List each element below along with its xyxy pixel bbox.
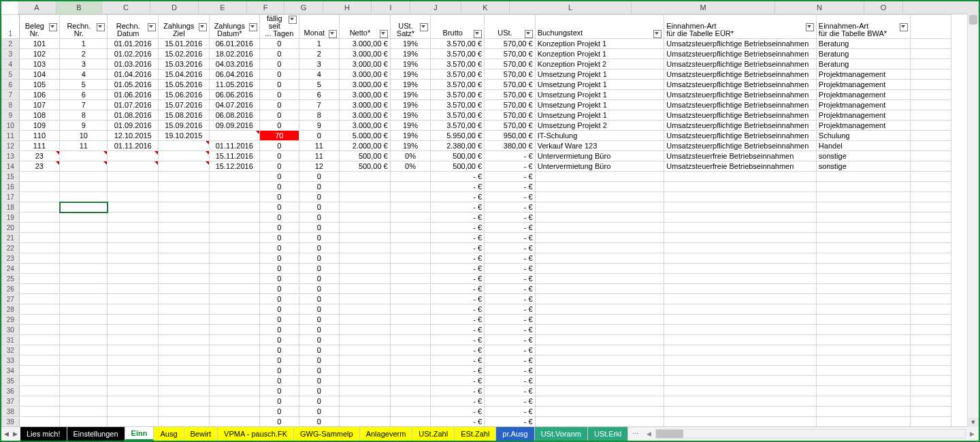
cell-o[interactable] [911, 100, 951, 110]
cell[interactable]: - € [485, 172, 536, 182]
cell[interactable] [340, 223, 391, 233]
cell-buchungstext[interactable]: Umsetzung Projekt 2 [535, 121, 664, 131]
cell[interactable] [108, 315, 159, 325]
cell-rechn-datum[interactable]: 01.01.2016 [108, 39, 159, 49]
cell-rechn-datum[interactable] [108, 161, 159, 172]
cell-o[interactable] [911, 49, 951, 59]
cell[interactable] [19, 212, 60, 223]
filter-icon[interactable] [420, 23, 428, 31]
cell[interactable] [911, 243, 951, 253]
cell[interactable] [816, 304, 910, 315]
column-header-D[interactable]: D [150, 1, 199, 14]
cell[interactable] [60, 243, 108, 253]
cell[interactable] [664, 192, 817, 202]
cell[interactable] [911, 366, 951, 376]
cell[interactable]: 0 [299, 304, 340, 315]
cell-netto[interactable]: 5.000,00 € [340, 131, 391, 141]
tab-nav-next-icon[interactable]: ▶ [13, 430, 18, 437]
cell[interactable] [60, 202, 108, 212]
cell[interactable] [390, 223, 431, 233]
cell[interactable] [340, 182, 391, 192]
cell-zahlungs-ziel[interactable] [158, 151, 209, 161]
cell[interactable]: 0 [260, 396, 299, 407]
cell[interactable] [209, 172, 260, 182]
cell[interactable] [664, 345, 817, 356]
cell[interactable]: 0 [260, 264, 299, 274]
header-L[interactable]: Buchungstext [535, 15, 664, 39]
cell[interactable] [340, 356, 391, 366]
cell-netto[interactable]: 2.000,00 € [340, 141, 391, 151]
cell-rechn-nr[interactable]: 1 [60, 39, 108, 49]
cell[interactable] [340, 386, 391, 396]
cell[interactable]: 0 [299, 182, 340, 192]
sheet-tab-anlageverm[interactable]: Anlageverm [360, 427, 413, 441]
cell-einnahmen-bwa[interactable]: Beratung [816, 59, 910, 69]
cell-buchungstext[interactable]: Konzeption Projekt 1 [535, 39, 664, 49]
cell[interactable] [340, 315, 391, 325]
cell[interactable] [340, 407, 391, 417]
cell[interactable] [60, 294, 108, 304]
cell-zahlungs-datum[interactable]: 09.09.2016 [209, 121, 260, 131]
cell[interactable]: 0 [299, 212, 340, 223]
cell[interactable] [19, 264, 60, 274]
cell[interactable] [340, 192, 391, 202]
cell-ust[interactable]: 570,00 € [485, 121, 536, 131]
cell-monat[interactable]: 11 [299, 141, 340, 151]
cell-zahlungs-ziel[interactable] [158, 141, 209, 151]
cell-faellig[interactable]: 0 [260, 100, 299, 110]
cell-beleg-nr[interactable]: 110 [19, 131, 60, 141]
cell[interactable] [535, 274, 664, 284]
cell-monat[interactable]: 4 [299, 69, 340, 80]
row-header-19[interactable]: 19 [2, 212, 20, 223]
cell[interactable] [816, 366, 910, 376]
cell[interactable]: - € [431, 325, 485, 335]
cell[interactable] [60, 172, 108, 182]
cell-rechn-nr[interactable]: 10 [60, 131, 108, 141]
sheet-tab-ust-erkl[interactable]: USt.Erkl [588, 427, 628, 441]
cell[interactable] [535, 386, 664, 396]
cell[interactable] [19, 233, 60, 243]
cell-ust[interactable]: 570,00 € [485, 80, 536, 90]
cell[interactable] [340, 233, 391, 243]
cell[interactable] [535, 172, 664, 182]
cell-ust[interactable]: 570,00 € [485, 69, 536, 80]
cell-zahlungs-datum[interactable]: 15.11.2016 [209, 151, 260, 161]
cell-zahlungs-ziel[interactable]: 15.04.2016 [158, 69, 209, 80]
cell-netto[interactable]: 3.000,00 € [340, 69, 391, 80]
cell[interactable]: 0 [299, 202, 340, 212]
cell[interactable] [60, 233, 108, 243]
cell[interactable] [108, 396, 159, 407]
row-header-12[interactable]: 12 [2, 141, 20, 151]
cell-einnahmen-bwa[interactable]: Handel [816, 141, 910, 151]
cell[interactable]: 0 [299, 396, 340, 407]
cell[interactable]: 0 [299, 417, 340, 427]
cell[interactable] [209, 304, 260, 315]
cell-faellig[interactable]: 70 [260, 131, 299, 141]
cell[interactable]: - € [485, 396, 536, 407]
cell[interactable]: 0 [299, 192, 340, 202]
cell[interactable] [911, 417, 951, 427]
cell-einnahmen-bwa[interactable]: Beratung [816, 49, 910, 59]
cell[interactable]: - € [431, 274, 485, 284]
cell[interactable]: - € [431, 345, 485, 356]
tab-nav-prev-icon[interactable]: ◀ [4, 430, 9, 437]
cell-beleg-nr[interactable]: 105 [19, 80, 60, 90]
cell[interactable]: - € [431, 223, 485, 233]
cell[interactable] [19, 356, 60, 366]
cell[interactable] [390, 243, 431, 253]
cell[interactable] [209, 294, 260, 304]
row-header-16[interactable]: 16 [2, 182, 20, 192]
cell[interactable]: - € [431, 202, 485, 212]
cell[interactable]: - € [485, 264, 536, 274]
cell-buchungstext[interactable]: Umsetzung Projekt 1 [535, 69, 664, 80]
row-header-31[interactable]: 31 [2, 335, 20, 345]
cell-netto[interactable]: 3.000,00 € [340, 49, 391, 59]
header-B[interactable]: Rechn.Nr. [60, 15, 108, 39]
cell[interactable]: 0 [299, 264, 340, 274]
cell-einnahmen-euer[interactable]: Umsatzsteuerpflichtige Betriebseinnahmen [664, 49, 817, 59]
cell[interactable] [664, 304, 817, 315]
filter-icon[interactable] [806, 23, 814, 31]
cell[interactable]: 0 [260, 417, 299, 427]
cell-brutto[interactable]: 500,00 € [431, 161, 485, 172]
cell-rechn-datum[interactable]: 01.08.2016 [108, 110, 159, 121]
